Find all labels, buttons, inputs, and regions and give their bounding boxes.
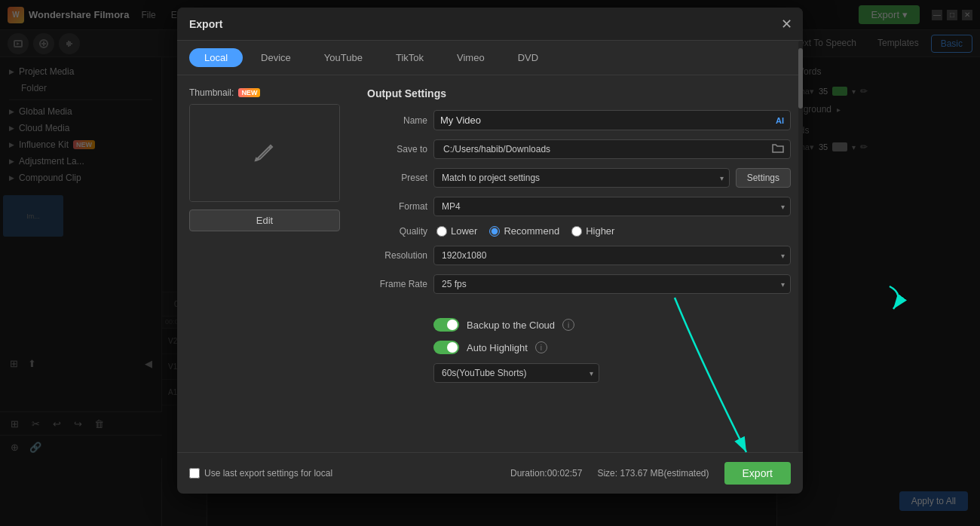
edit-thumbnail-button[interactable]: Edit xyxy=(189,209,340,231)
format-select-wrap: MP4 ▾ xyxy=(433,197,791,216)
auto-highlight-toggle[interactable] xyxy=(433,341,459,354)
backup-info-icon[interactable]: i xyxy=(562,319,574,331)
last-settings-checkbox[interactable] xyxy=(189,468,200,479)
dialog-body: Thumbnail: NEW Edit Output Setti xyxy=(177,75,803,452)
tab-vimeo[interactable]: Vimeo xyxy=(442,48,500,67)
dialog-scrollbar-thumb[interactable] xyxy=(798,48,803,109)
frame-rate-select-wrap: 25 fps ▾ xyxy=(433,274,791,294)
duration-value: 00:02:57 xyxy=(547,468,583,479)
export-dialog: Export ✕ Local Device YouTube TikTok Vim… xyxy=(177,8,803,494)
yt-shorts-select[interactable]: 60s(YouTube Shorts) xyxy=(433,363,599,383)
thumbnail-panel: Thumbnail: NEW Edit xyxy=(189,87,355,440)
preset-select[interactable]: Match to project settings xyxy=(433,168,730,188)
save-path-text: C:/Users/habib/Downloads xyxy=(440,140,772,158)
dialog-tabs: Local Device YouTube TikTok Vimeo DVD xyxy=(177,41,803,75)
frame-rate-select[interactable]: 25 fps xyxy=(433,274,791,294)
tab-dvd[interactable]: DVD xyxy=(503,48,553,67)
quality-lower-label: Lower xyxy=(451,225,477,237)
auto-highlight-toggle-knob xyxy=(447,342,458,353)
backup-toggle-knob xyxy=(447,320,458,330)
backup-toggle-row: Backup to the Cloud i xyxy=(367,318,791,332)
preset-label: Preset xyxy=(367,173,427,183)
resolution-label: Resolution xyxy=(367,250,427,261)
quality-lower[interactable]: Lower xyxy=(436,225,477,237)
folder-svg-icon xyxy=(772,143,784,154)
spacer xyxy=(367,303,791,309)
settings-button[interactable]: Settings xyxy=(736,168,791,188)
tab-local[interactable]: Local xyxy=(189,48,243,67)
auto-highlight-label: Auto Highlight xyxy=(467,342,528,353)
size-value: 173.67 MB(estimated) xyxy=(620,468,709,479)
pencil-icon xyxy=(250,138,280,168)
tab-device[interactable]: Device xyxy=(246,48,306,67)
export-final-button[interactable]: Export xyxy=(724,462,791,485)
last-settings-label: Use last export settings for local xyxy=(204,468,332,479)
size-label: Size: xyxy=(597,468,617,479)
thumbnail-text: Thumbnail: xyxy=(189,87,234,98)
thumbnail-label-row: Thumbnail: NEW xyxy=(189,87,355,98)
svg-line-5 xyxy=(269,147,271,148)
frame-rate-label: Frame Rate xyxy=(367,279,427,289)
footer-duration: Duration:00:02:57 xyxy=(510,468,582,479)
preset-row: Preset Match to project settings ▾ Setti… xyxy=(367,168,791,188)
yt-shorts-select-wrap: 60s(YouTube Shorts) ▾ xyxy=(433,363,599,383)
save-to-row: Save to C:/Users/habib/Downloads xyxy=(367,139,791,159)
quality-label: Quality xyxy=(367,226,427,237)
thumbnail-box xyxy=(189,104,340,202)
info-icon-2-text: i xyxy=(541,344,542,352)
footer-checkbox-row: Use last export settings for local xyxy=(189,468,332,479)
name-row: Name AI xyxy=(367,110,791,130)
quality-higher-radio[interactable] xyxy=(571,226,582,237)
quality-higher[interactable]: Higher xyxy=(571,225,614,237)
save-to-label: Save to xyxy=(367,144,427,154)
thumbnail-preview xyxy=(190,105,339,201)
footer-size: Size: 173.67 MB(estimated) xyxy=(597,468,709,479)
resolution-row: Resolution 1920x1080 ▾ xyxy=(367,246,791,265)
backup-label: Backup to the Cloud xyxy=(467,320,555,331)
format-row: Format MP4 ▾ xyxy=(367,197,791,216)
dialog-footer: Use last export settings for local Durat… xyxy=(177,452,803,494)
quality-lower-radio[interactable] xyxy=(436,226,447,237)
info-icon-text: i xyxy=(568,321,569,329)
quality-recommend-radio[interactable] xyxy=(489,226,500,237)
name-label: Name xyxy=(367,115,427,126)
ai-icon[interactable]: AI xyxy=(776,116,784,125)
duration-label: Duration: xyxy=(510,468,547,479)
quality-radio-group: Lower Recommend Higher xyxy=(436,225,614,237)
quality-row: Quality Lower Recommend xyxy=(367,225,791,237)
quality-recommend[interactable]: Recommend xyxy=(489,225,559,237)
auto-highlight-info-icon[interactable]: i xyxy=(535,341,547,353)
frame-rate-row: Frame Rate 25 fps ▾ xyxy=(367,274,791,294)
tab-youtube[interactable]: YouTube xyxy=(309,48,378,67)
name-input[interactable] xyxy=(440,111,776,130)
quality-higher-label: Higher xyxy=(586,225,614,237)
settings-grid: Name AI Save to C:/Users/habib/Downloads xyxy=(367,110,791,383)
dialog-scrollbar-track xyxy=(798,41,803,452)
browse-folder-button[interactable] xyxy=(772,143,784,156)
dialog-title: Export xyxy=(189,18,222,30)
dialog-close-button[interactable]: ✕ xyxy=(781,17,792,31)
footer-meta: Duration:00:02:57 Size: 173.67 MB(estima… xyxy=(510,462,791,485)
auto-highlight-toggle-row: Auto Highlight i xyxy=(367,341,791,354)
format-label: Format xyxy=(367,201,427,212)
format-select[interactable]: MP4 xyxy=(433,197,791,216)
resolution-select-wrap: 1920x1080 ▾ xyxy=(433,246,791,265)
save-path-wrap: C:/Users/habib/Downloads xyxy=(433,139,791,159)
yt-shorts-row: 60s(YouTube Shorts) ▾ xyxy=(367,363,791,383)
preset-select-wrap: Match to project settings ▾ xyxy=(433,168,730,188)
output-settings-title: Output Settings xyxy=(367,87,791,99)
resolution-select[interactable]: 1920x1080 xyxy=(433,246,791,265)
tab-tiktok[interactable]: TikTok xyxy=(381,48,439,67)
output-settings: Output Settings Name AI Save to xyxy=(367,87,791,440)
quality-recommend-label: Recommend xyxy=(504,225,559,237)
backup-toggle[interactable] xyxy=(433,318,459,332)
modal-overlay: Export ✕ Local Device YouTube TikTok Vim… xyxy=(0,0,980,526)
arrow-to-panel xyxy=(890,286,898,309)
name-input-wrap: AI xyxy=(433,110,791,130)
dialog-header: Export ✕ xyxy=(177,8,803,41)
thumbnail-new-badge: NEW xyxy=(238,88,260,97)
